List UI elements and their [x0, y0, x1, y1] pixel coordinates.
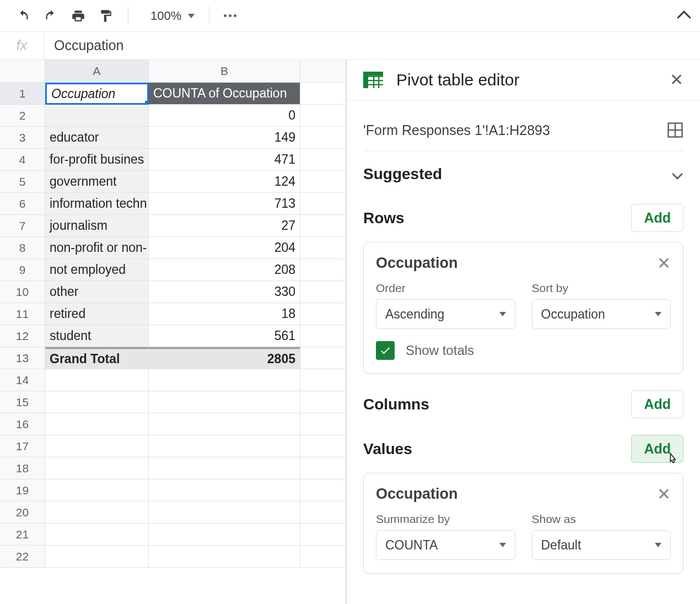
- row-header[interactable]: 20: [0, 501, 45, 524]
- row-header[interactable]: 7: [0, 215, 45, 237]
- cell[interactable]: journalism: [45, 215, 149, 237]
- cell[interactable]: [45, 413, 149, 435]
- cell[interactable]: for-profit busines: [45, 149, 149, 171]
- suggested-toggle[interactable]: Suggested: [363, 165, 683, 187]
- row-header[interactable]: 14: [0, 369, 45, 391]
- formula-bar-value[interactable]: Occupation: [44, 37, 123, 53]
- cell[interactable]: [149, 369, 300, 391]
- collapse-toolbar-button[interactable]: [679, 11, 689, 21]
- print-button[interactable]: [66, 5, 90, 27]
- cell[interactable]: student: [45, 325, 149, 347]
- cell[interactable]: [149, 457, 300, 479]
- cell[interactable]: 149: [149, 127, 300, 149]
- cell[interactable]: [300, 501, 346, 524]
- cell[interactable]: [149, 501, 300, 524]
- source-range-input[interactable]: 'Form Responses 1'!A1:H2893: [363, 122, 659, 138]
- cell[interactable]: [300, 524, 346, 546]
- row-header[interactable]: 10: [0, 281, 45, 303]
- cell[interactable]: 204: [149, 237, 300, 259]
- cell[interactable]: 18: [149, 303, 300, 325]
- column-header-b[interactable]: B: [149, 60, 300, 83]
- cell[interactable]: 561: [149, 325, 300, 347]
- cell[interactable]: other: [45, 281, 149, 303]
- cell-b1[interactable]: COUNTA of Occupation: [149, 83, 300, 105]
- row-header[interactable]: 17: [0, 435, 45, 457]
- cell[interactable]: [300, 83, 346, 105]
- cell[interactable]: [45, 546, 149, 568]
- redo-button[interactable]: [39, 5, 63, 27]
- cell[interactable]: [300, 347, 346, 369]
- rows-add-button[interactable]: Add: [631, 204, 683, 232]
- cell[interactable]: [300, 193, 346, 215]
- cell[interactable]: [45, 105, 149, 127]
- cell[interactable]: 471: [149, 149, 300, 171]
- cell[interactable]: non-profit or non-: [45, 237, 149, 259]
- paint-format-button[interactable]: [94, 5, 118, 27]
- cell[interactable]: educator: [45, 127, 149, 149]
- row-header[interactable]: 1: [0, 83, 45, 105]
- cell[interactable]: [45, 501, 149, 524]
- show-totals-checkbox[interactable]: [376, 341, 395, 360]
- cell[interactable]: [149, 479, 300, 501]
- columns-add-button[interactable]: Add: [631, 390, 683, 418]
- column-header-c[interactable]: [300, 60, 346, 83]
- summarize-dropdown[interactable]: COUNTA: [376, 530, 515, 560]
- cell[interactable]: 713: [149, 193, 300, 215]
- cell[interactable]: information techn: [45, 193, 149, 215]
- cell[interactable]: [300, 127, 346, 149]
- remove-rows-occupation-button[interactable]: ✕: [657, 255, 671, 272]
- cell[interactable]: [300, 457, 346, 479]
- cell[interactable]: not employed: [45, 259, 149, 281]
- row-header[interactable]: 6: [0, 193, 45, 215]
- cell[interactable]: 208: [149, 259, 300, 281]
- cell[interactable]: [300, 281, 346, 303]
- values-add-button[interactable]: Add: [631, 435, 683, 463]
- cell[interactable]: 0: [149, 105, 300, 127]
- cell[interactable]: [45, 457, 149, 479]
- cell[interactable]: [300, 479, 346, 501]
- sortby-dropdown[interactable]: Occupation: [532, 299, 671, 329]
- cell[interactable]: [149, 435, 300, 457]
- cell[interactable]: 27: [149, 215, 300, 237]
- row-header[interactable]: 5: [0, 171, 45, 193]
- cell[interactable]: [149, 413, 300, 435]
- cell[interactable]: [300, 325, 346, 347]
- cell[interactable]: [300, 413, 346, 435]
- cell[interactable]: [300, 237, 346, 259]
- row-header[interactable]: 19: [0, 479, 45, 501]
- cell[interactable]: [149, 524, 300, 546]
- row-header[interactable]: 9: [0, 259, 45, 281]
- cell[interactable]: [45, 391, 149, 413]
- row-header[interactable]: 13: [0, 347, 45, 369]
- cell[interactable]: [45, 435, 149, 457]
- cell[interactable]: [300, 149, 346, 171]
- cell[interactable]: [300, 215, 346, 237]
- row-header[interactable]: 18: [0, 457, 45, 479]
- more-button[interactable]: [219, 14, 241, 17]
- cell[interactable]: [149, 546, 300, 568]
- row-header[interactable]: 4: [0, 149, 45, 171]
- cell[interactable]: [300, 259, 346, 281]
- cell[interactable]: [300, 303, 346, 325]
- cell[interactable]: retired: [45, 303, 149, 325]
- showas-dropdown[interactable]: Default: [532, 530, 671, 560]
- cell[interactable]: government: [45, 171, 149, 193]
- cell[interactable]: [300, 546, 346, 568]
- cell[interactable]: [300, 391, 346, 413]
- zoom-dropdown[interactable]: 100%: [146, 9, 199, 23]
- select-all-corner[interactable]: [0, 60, 45, 83]
- column-header-a[interactable]: A: [45, 60, 149, 83]
- cell[interactable]: [45, 524, 149, 546]
- undo-button[interactable]: [11, 5, 35, 27]
- cell[interactable]: [45, 369, 149, 391]
- order-dropdown[interactable]: Ascending: [376, 299, 515, 329]
- row-header[interactable]: 2: [0, 105, 45, 127]
- cell[interactable]: 330: [149, 281, 300, 303]
- row-header[interactable]: 3: [0, 127, 45, 149]
- spreadsheet[interactable]: AB1OccupationCOUNTA of Occupation203educ…: [0, 60, 346, 604]
- row-header[interactable]: 22: [0, 546, 45, 568]
- row-header[interactable]: 16: [0, 413, 45, 435]
- cell[interactable]: [300, 369, 346, 391]
- cell-a1[interactable]: Occupation: [45, 83, 149, 105]
- cell[interactable]: 124: [149, 171, 300, 193]
